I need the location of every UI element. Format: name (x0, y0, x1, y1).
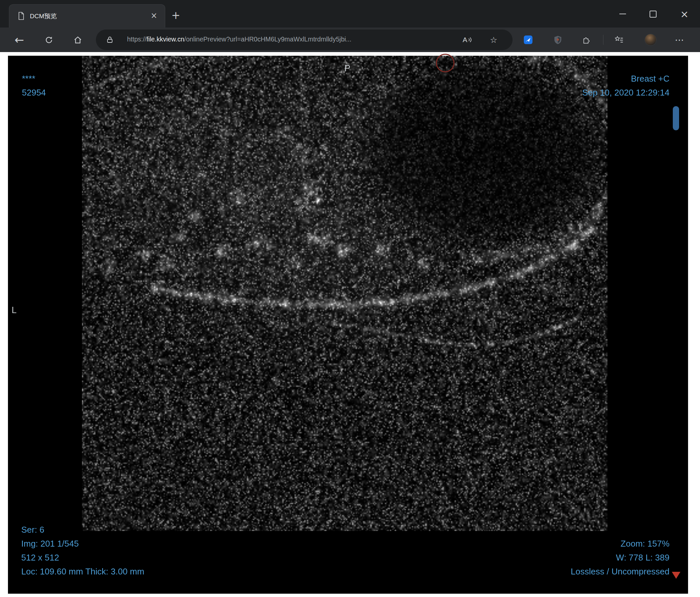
study-label: Breast +C (582, 72, 670, 85)
compression-info: Lossless / Uncompressed (571, 565, 670, 578)
image-counter: Img: 201 1/545 (21, 537, 144, 550)
url-domain: file.kkview.cn (147, 35, 184, 43)
maximize-button[interactable] (644, 5, 662, 23)
navigation-bar: ← https://file.kkview.cn/onlinePreview?u… (0, 28, 700, 52)
refresh-icon (45, 35, 53, 45)
read-aloud-button[interactable]: A (461, 33, 474, 47)
profile-avatar[interactable] (645, 34, 656, 46)
browser-tab[interactable]: DCM预览 × (9, 4, 165, 28)
url-path: /onlinePreview?url=aHR0cHM6Ly9maWxlLmtrd… (184, 35, 351, 43)
close-button[interactable]: × (675, 5, 694, 23)
toolbar-divider (603, 35, 603, 45)
browser-window: { "window": { "tab_title": "DCM预览", "tab… (0, 0, 700, 597)
extensions-button[interactable] (579, 32, 595, 48)
favorites-star-list-icon (614, 35, 624, 45)
address-bar[interactable]: https://file.kkview.cn/onlinePreview?url… (96, 29, 512, 50)
study-info-block: Breast +C Sep 10, 2020 12:29:14 (582, 72, 670, 100)
shield-icon (553, 35, 562, 45)
read-aloud-wave-icon (468, 36, 472, 44)
annotation-circle (436, 54, 454, 72)
favorites-button[interactable] (611, 32, 627, 48)
window-level: W: 778 L: 389 (571, 550, 670, 565)
dicom-viewer[interactable]: **** 52954 P Breast +C Sep 10, 2020 12:2… (8, 56, 688, 594)
lock-icon[interactable] (106, 36, 114, 44)
shield-extension-button[interactable] (550, 32, 566, 48)
home-icon (73, 35, 82, 45)
tab-favicon-document-icon (18, 11, 25, 20)
minimize-icon (619, 14, 626, 14)
study-datetime: Sep 10, 2020 12:29:14 (582, 85, 670, 100)
scrollbar-thumb[interactable] (673, 106, 679, 130)
scroll-down-arrow-icon[interactable] (672, 572, 680, 579)
url-text[interactable]: https://file.kkview.cn/onlinePreview?url… (127, 35, 351, 43)
image-info-block: Ser: 6 Img: 201 1/545 512 x 512 Loc: 109… (21, 523, 144, 578)
favorite-star-icon[interactable]: ☆ (487, 33, 500, 47)
home-button[interactable] (70, 32, 85, 48)
split-screen-extension-button[interactable] (520, 32, 536, 48)
orientation-marker-left: L (11, 303, 17, 317)
titlebar: DCM预览 × + × (0, 0, 700, 28)
minimize-button[interactable] (614, 5, 632, 23)
orientation-marker-posterior: P (344, 61, 350, 75)
read-aloud-icon: A (462, 36, 467, 44)
extensions-puzzle-icon (581, 35, 592, 45)
series-number: Ser: 6 (21, 523, 144, 537)
tab-close-icon[interactable]: × (148, 10, 159, 22)
slice-location: Loc: 109.60 mm Thick: 3.00 mm (21, 565, 144, 578)
blue-extension-icon (523, 35, 533, 45)
maximize-icon (650, 10, 656, 18)
display-info-block: Zoom: 157% W: 778 L: 389 Lossless / Unco… (571, 537, 670, 578)
mri-image[interactable] (8, 56, 688, 594)
patient-number: 52954 (22, 85, 46, 100)
patient-id-masked: **** (22, 72, 46, 85)
image-matrix: 512 x 512 (21, 550, 144, 565)
url-scheme: https:// (127, 35, 147, 43)
refresh-button[interactable] (41, 32, 57, 48)
back-button[interactable]: ← (11, 32, 27, 48)
patient-info-block: **** 52954 (22, 72, 46, 100)
new-tab-button[interactable]: + (169, 8, 183, 23)
zoom-level: Zoom: 157% (571, 537, 670, 550)
page-content: **** 52954 P Breast +C Sep 10, 2020 12:2… (0, 52, 700, 597)
more-menu-button[interactable]: ⋯ (672, 32, 688, 48)
tab-title: DCM预览 (30, 12, 57, 21)
